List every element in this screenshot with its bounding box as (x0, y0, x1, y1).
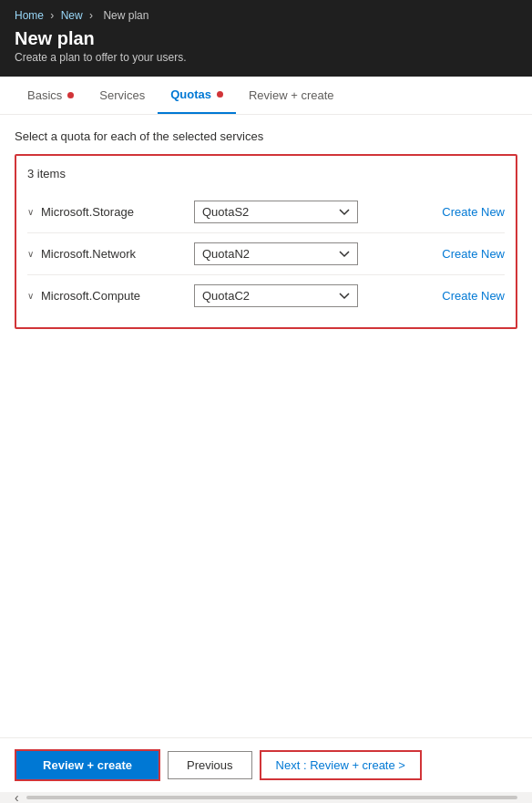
quota-select-wrap-storage: QuotaS2 QuotaS1 QuotaS3 (194, 201, 427, 223)
service-name-compute: Microsoft.Compute (41, 289, 187, 303)
content-area: Select a quota for each of the selected … (0, 115, 532, 737)
quota-row-storage: ∨ Microsoft.Storage QuotaS2 QuotaS1 Quot… (27, 191, 505, 233)
quota-select-wrap-compute: QuotaC2 QuotaC1 QuotaC3 (194, 284, 427, 307)
page-subtitle: Create a plan to offer to your users. (15, 51, 517, 64)
tab-services[interactable]: Services (87, 77, 158, 114)
quota-box: 3 items ∨ Microsoft.Storage QuotaS2 Quot… (15, 154, 517, 329)
page-title: New plan (15, 27, 517, 49)
tab-dot-basics (67, 92, 74, 98)
service-name-network: Microsoft.Network (41, 247, 187, 261)
scroll-left-arrow[interactable]: ‹ (15, 790, 19, 803)
quota-row-network: ∨ Microsoft.Network QuotaN2 QuotaN1 Quot… (27, 233, 505, 275)
next-button[interactable]: Next : Review + create > (260, 750, 422, 780)
tab-dot-quotas (217, 91, 223, 98)
quota-select-compute[interactable]: QuotaC2 QuotaC1 QuotaC3 (194, 284, 358, 307)
breadcrumb-home[interactable]: Home (15, 9, 44, 22)
create-new-storage[interactable]: Create New (442, 205, 505, 219)
quota-row-compute: ∨ Microsoft.Compute QuotaC2 QuotaC1 Quot… (27, 275, 505, 316)
chevron-network[interactable]: ∨ (27, 249, 34, 259)
main-content: Basics Services Quotas Review + create S… (0, 77, 532, 803)
quota-select-network[interactable]: QuotaN2 QuotaN1 QuotaN3 (194, 242, 358, 265)
items-count: 3 items (27, 167, 505, 180)
tab-basics[interactable]: Basics (15, 77, 87, 114)
tab-quotas[interactable]: Quotas (158, 77, 236, 114)
breadcrumb-current: New plan (103, 9, 148, 22)
breadcrumb-new[interactable]: New (61, 9, 83, 22)
breadcrumb: Home › New › New plan (15, 9, 517, 22)
page-header: Home › New › New plan New plan Create a … (0, 0, 532, 77)
previous-button[interactable]: Previous (168, 751, 252, 779)
tab-bar: Basics Services Quotas Review + create (0, 77, 532, 115)
quota-select-storage[interactable]: QuotaS2 QuotaS1 QuotaS3 (194, 201, 358, 223)
service-name-storage: Microsoft.Storage (41, 205, 187, 219)
scrollbar-area: ‹ (0, 792, 532, 803)
scrollbar-track[interactable] (26, 796, 517, 799)
chevron-storage[interactable]: ∨ (27, 207, 34, 217)
section-description: Select a quota for each of the selected … (15, 129, 517, 143)
tab-review-create[interactable]: Review + create (236, 77, 347, 114)
create-new-compute[interactable]: Create New (442, 289, 505, 303)
chevron-compute[interactable]: ∨ (27, 291, 34, 301)
review-create-button[interactable]: Review + create (15, 749, 160, 781)
footer: Review + create Previous Next : Review +… (0, 737, 532, 792)
quota-select-wrap-network: QuotaN2 QuotaN1 QuotaN3 (194, 242, 427, 265)
create-new-network[interactable]: Create New (442, 247, 505, 261)
